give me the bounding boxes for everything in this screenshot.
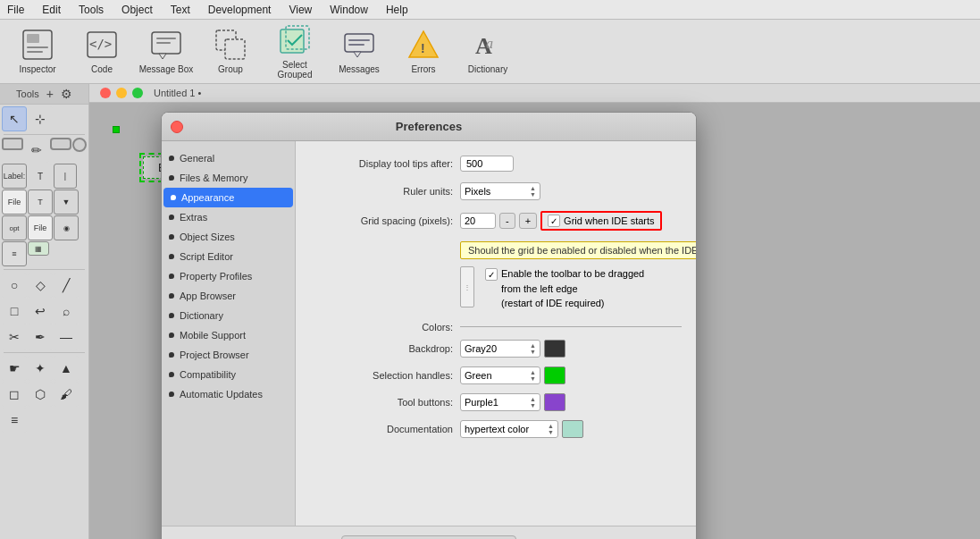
window-controls — [100, 88, 143, 98]
settings-tool-button[interactable]: ⚙ — [61, 87, 72, 101]
main-area: Tools + ⚙ ↖ ⊹ ✏ Label: T | File T ▼ opt … — [0, 84, 980, 539]
tooltips-input[interactable] — [460, 156, 514, 172]
sidebar-files-memory[interactable]: • Files & Memory — [162, 168, 295, 188]
bullet-extras: • — [169, 215, 174, 220]
tool-scroll[interactable]: ≡ — [2, 241, 27, 266]
sidebar-app-browser[interactable]: • App Browser — [162, 286, 295, 306]
menu-view[interactable]: View — [285, 2, 315, 18]
sidebar-property-profiles[interactable]: • Property Profiles — [162, 266, 295, 286]
tool-undo[interactable]: ↩ — [28, 299, 53, 324]
menu-edit[interactable]: Edit — [38, 2, 64, 18]
tool-scissors[interactable]: ✂ — [2, 324, 27, 350]
ruler-select[interactable]: Pixels ▲▼ — [460, 182, 540, 200]
toolbar-group[interactable]: Group — [200, 23, 261, 80]
tool-buttons-row: Tool buttons: Purple1 ▲▼ — [310, 393, 682, 411]
tool-brush[interactable]: 🖌 — [54, 382, 79, 407]
backdrop-select[interactable]: Gray20 ▲▼ — [460, 340, 540, 358]
ruler-arrows: ▲▼ — [530, 185, 536, 198]
menu-tools[interactable]: Tools — [75, 2, 107, 18]
tool-rect2[interactable]: □ — [2, 299, 27, 324]
documentation-select[interactable]: hypertext color ▲▼ — [460, 420, 558, 438]
tool-buttons-select[interactable]: Purple1 ▲▼ — [460, 393, 540, 411]
inspector-label: Inspector — [19, 64, 55, 74]
toolbar-messages[interactable]: Messages — [329, 23, 389, 80]
menu-text[interactable]: Text — [167, 2, 194, 18]
tool-circle[interactable]: ○ — [2, 273, 27, 298]
dialog-close-button[interactable] — [171, 121, 183, 133]
tool-file2[interactable]: File — [28, 215, 53, 240]
sidebar-project-browser[interactable]: • Project Browser — [162, 345, 295, 365]
sidebar-appearance[interactable]: • Appearance — [163, 188, 293, 207]
sidebar-script-editor[interactable]: • Script Editor — [162, 247, 295, 266]
sidebar-dictionary[interactable]: • Dictionary — [162, 306, 295, 325]
resize-handle-br[interactable] — [113, 126, 120, 133]
tool-paint[interactable]: ⬡ — [28, 382, 53, 407]
tool-search[interactable]: ⌕ — [54, 299, 79, 324]
tool-line[interactable]: ╱ — [54, 273, 79, 298]
tool-diamond[interactable]: ◇ — [28, 273, 53, 298]
toolbar-errors[interactable]: ! Errors — [393, 23, 454, 80]
toolbar-message-box[interactable]: Message Box — [136, 23, 197, 80]
menu-development[interactable]: Development — [205, 2, 275, 18]
svg-rect-11 — [225, 39, 245, 59]
svg-rect-1 — [27, 34, 39, 43]
sidebar-mobile-support[interactable]: • Mobile Support — [162, 325, 295, 345]
tool-pencil[interactable]: ✒ — [28, 324, 53, 350]
reset-defaults-button[interactable]: Reset All Preferences to Defaults — [341, 535, 515, 539]
grid-ide-starts-checkbox[interactable]: ✓ Grid when IDE starts — [540, 211, 661, 231]
sidebar-general[interactable]: • General — [162, 148, 295, 168]
menu-help[interactable]: Help — [382, 2, 412, 18]
minimize-dot[interactable] — [116, 88, 127, 98]
sidebar-compatibility[interactable]: • Compatibility — [162, 365, 295, 384]
toolbar-drag-checkbox[interactable]: ✓ Enable the toolbar to be dragged from … — [485, 266, 644, 311]
tool-align[interactable]: ≡ — [2, 408, 27, 433]
toolbar-drag-icon: ⋮ — [460, 266, 474, 307]
canvas-content[interactable]: Button Preferences • General — [89, 103, 980, 539]
backdrop-swatch[interactable] — [544, 340, 565, 358]
maximize-dot[interactable] — [132, 88, 143, 98]
tool-file[interactable]: File — [2, 189, 27, 215]
tool-text[interactable]: T — [28, 164, 53, 189]
sidebar-extras[interactable]: • Extras — [162, 207, 295, 227]
grid-spacing-input[interactable] — [460, 213, 496, 229]
sidebar-auto-updates[interactable]: • Automatic Updates — [162, 384, 295, 404]
tool-image[interactable]: ▦ — [28, 241, 49, 256]
tool-fill[interactable]: ▲ — [54, 356, 79, 381]
tool-label[interactable]: Label: — [2, 164, 27, 189]
menu-window[interactable]: Window — [326, 2, 372, 18]
documentation-swatch[interactable] — [562, 420, 583, 438]
toolbar-drag-checkmark: ✓ — [485, 268, 498, 281]
tool-erase[interactable]: ◻ — [2, 382, 27, 407]
selection-select[interactable]: Green ▲▼ — [460, 366, 540, 384]
toolbar-select-grouped[interactable]: Select Grouped — [264, 23, 325, 80]
tool-textfield[interactable]: T — [28, 189, 53, 215]
add-tool-button[interactable]: + — [46, 87, 54, 101]
grid-plus-button[interactable]: + — [519, 213, 537, 229]
close-dot[interactable] — [100, 88, 111, 98]
toolbar-inspector[interactable]: Inspector — [7, 23, 68, 80]
menu-file[interactable]: File — [4, 2, 28, 18]
tool-rect[interactable] — [2, 138, 23, 150]
sidebar-object-sizes[interactable]: • Object Sizes — [162, 227, 295, 247]
tool-option2[interactable]: ◉ — [54, 215, 79, 240]
tool-buttons-swatch[interactable] — [544, 393, 565, 411]
tool-round-rect[interactable] — [50, 138, 71, 150]
toolbar-code[interactable]: </> Code — [71, 23, 132, 80]
documentation-value: hypertext color — [465, 424, 529, 434]
tool-circle-draw[interactable] — [72, 138, 87, 152]
tool-arrow[interactable]: ↖ — [2, 106, 27, 131]
colors-section-label: Colors: — [310, 322, 453, 333]
tool-palette: ↖ ⊹ ✏ Label: T | File T ▼ opt File ◉ ≡ ▦… — [0, 105, 88, 434]
grid-minus-button[interactable]: - — [499, 213, 515, 229]
tool-dash[interactable]: — — [54, 324, 79, 350]
tool-edit[interactable]: ✏ — [24, 138, 49, 163]
selection-swatch[interactable] — [544, 366, 565, 384]
toolbar-dictionary[interactable]: A a Dictionary — [457, 23, 518, 80]
tool-hand[interactable]: ☛ — [2, 356, 27, 381]
tool-select2[interactable]: ▼ — [54, 189, 79, 215]
tool-field[interactable]: | — [54, 164, 77, 189]
tool-select[interactable]: ⊹ — [28, 106, 53, 131]
menu-object[interactable]: Object — [118, 2, 156, 18]
tool-dropper[interactable]: ✦ — [28, 356, 53, 381]
tool-option[interactable]: opt — [2, 215, 27, 240]
